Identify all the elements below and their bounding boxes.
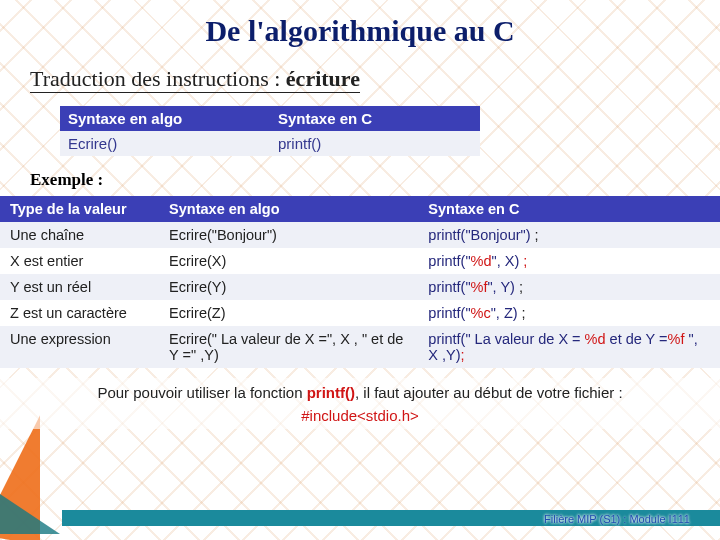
note-fn: printf() — [307, 384, 355, 401]
note-text2: , il faut ajouter au début de votre fich… — [355, 384, 623, 401]
code-tail: ; — [518, 305, 526, 321]
header-c: Syntaxe en C — [418, 196, 720, 222]
slide: De l'algorithmique au C Traduction des i… — [0, 0, 720, 540]
cell-type: Y est un réel — [0, 274, 159, 300]
syntax-table-small: Syntaxe en algo Syntaxe en C Ecrire() pr… — [60, 106, 480, 156]
footnote-include: #include<stdio.h> — [0, 405, 720, 428]
table-row: X est entier Ecrire(X) printf("%d", X) ; — [0, 248, 720, 274]
cell-algo: Ecrire("Bonjour") — [159, 222, 418, 248]
header-algo: Syntaxe en algo — [159, 196, 418, 222]
subtitle-bold: écriture — [286, 66, 360, 93]
cell-algo: Ecrire(Y) — [159, 274, 418, 300]
cell-c: printf(" La valeur de X = %d et de Y =%f… — [418, 326, 720, 368]
code-pre: printf(" — [428, 279, 470, 295]
footnote: Pour pouvoir utiliser la fonction printf… — [0, 378, 720, 429]
code-format: %d — [471, 253, 492, 269]
cell-c: printf() — [270, 131, 480, 156]
table-row: Une chaîne Ecrire("Bonjour") printf("Bon… — [0, 222, 720, 248]
subtitle-prefix: Traduction des instructions : — [30, 66, 286, 93]
cell-c: printf("%f", Y) ; — [418, 274, 720, 300]
cell-type: Une expression — [0, 326, 159, 368]
cell-c: printf("Bonjour") ; — [418, 222, 720, 248]
table-row: Z est un caractère Ecrire(Z) printf("%c"… — [0, 300, 720, 326]
header-type: Type de la valeur — [0, 196, 159, 222]
code-tail: ; — [531, 227, 539, 243]
table-row: Une expression Ecrire(" La valeur de X =… — [0, 326, 720, 368]
code-format: %d — [585, 331, 606, 347]
header-c: Syntaxe en C — [270, 106, 480, 131]
table-row: Y est un réel Ecrire(Y) printf("%f", Y) … — [0, 274, 720, 300]
code-mid: et de Y = — [606, 331, 668, 347]
cell-type: Z est un caractère — [0, 300, 159, 326]
cell-c: printf("%d", X) ; — [418, 248, 720, 274]
code-post: ", Z) — [491, 305, 518, 321]
cell-type: X est entier — [0, 248, 159, 274]
code-post: ", Y) — [487, 279, 514, 295]
code-pre: printf(" La valeur de X = — [428, 331, 584, 347]
header-algo: Syntaxe en algo — [60, 106, 270, 131]
cell-algo: Ecrire() — [60, 131, 270, 156]
code-format2: %f — [668, 331, 685, 347]
code-tail: ; — [519, 253, 527, 269]
code-pre: printf(" — [428, 253, 470, 269]
code-post: ", X) — [492, 253, 520, 269]
cell-type: Une chaîne — [0, 222, 159, 248]
code-segment: printf("Bonjour") — [428, 227, 530, 243]
cell-algo: Ecrire(Z) — [159, 300, 418, 326]
footnote-line1: Pour pouvoir utiliser la fonction printf… — [0, 382, 720, 405]
cell-c: printf("%c", Z) ; — [418, 300, 720, 326]
table-row: Ecrire() printf() — [60, 131, 480, 156]
code-format: %f — [471, 279, 488, 295]
cell-algo: Ecrire(" La valeur de X =", X , " et de … — [159, 326, 418, 368]
table-header-row: Syntaxe en algo Syntaxe en C — [60, 106, 480, 131]
footer-text: Filière MIP (S1) : Module I111 — [544, 513, 690, 525]
code-tail: ; — [461, 347, 465, 363]
code-format: %c — [471, 305, 491, 321]
page-title: De l'algorithmique au C — [0, 0, 720, 48]
cell-algo: Ecrire(X) — [159, 248, 418, 274]
table-header-row: Type de la valeur Syntaxe en algo Syntax… — [0, 196, 720, 222]
section-subtitle: Traduction des instructions : écriture — [0, 48, 720, 100]
code-pre: printf(" — [428, 305, 470, 321]
example-table: Type de la valeur Syntaxe en algo Syntax… — [0, 196, 720, 368]
code-tail: ; — [515, 279, 523, 295]
example-label: Exemple : — [0, 156, 720, 196]
note-text: Pour pouvoir utiliser la fonction — [97, 384, 306, 401]
